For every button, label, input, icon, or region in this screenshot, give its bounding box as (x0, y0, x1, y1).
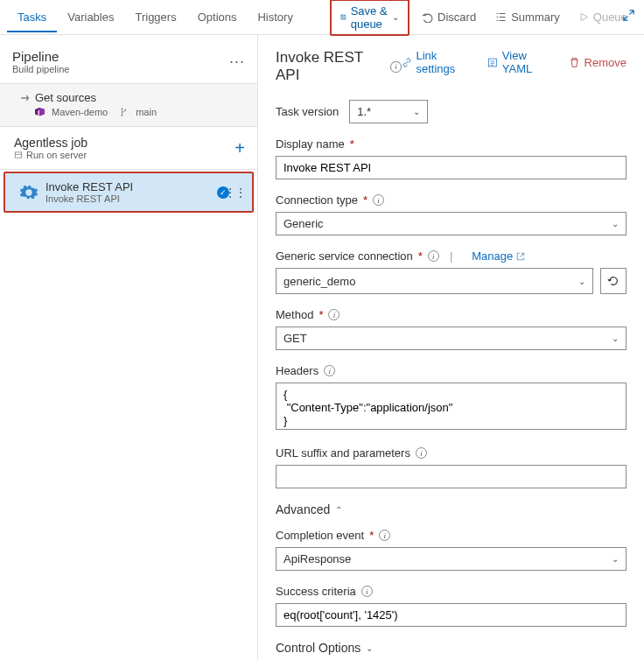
summary-button[interactable]: Summary (488, 6, 567, 28)
advanced-section-toggle[interactable]: Advanced ⌃ (276, 502, 626, 516)
chevron-down-icon: ⌄ (612, 334, 619, 343)
task-version-label: Task version (276, 105, 339, 118)
method-label: Method (276, 308, 313, 321)
info-icon[interactable]: i (416, 447, 427, 459)
tab-variables[interactable]: Variables (57, 2, 124, 32)
chevron-down-icon: ⌄ (413, 107, 420, 116)
branch-name: main (136, 107, 157, 117)
manage-link[interactable]: Manage (472, 249, 525, 263)
url-suffix-label: URL suffix and parameters (276, 446, 410, 460)
get-sources-item[interactable]: Get sources Maven-demo main (0, 84, 257, 127)
play-icon (579, 12, 589, 22)
view-yaml-button[interactable]: View YAML (487, 49, 555, 75)
info-icon[interactable]: i (428, 250, 439, 262)
refresh-button[interactable] (600, 268, 626, 294)
link-settings-button[interactable]: Link settings (402, 49, 473, 75)
info-icon[interactable]: i (390, 61, 401, 73)
display-name-label: Display name (276, 137, 345, 151)
tab-tasks[interactable]: Tasks (7, 2, 57, 32)
branch-small-icon (120, 108, 129, 116)
completion-event-select[interactable]: ApiResponse⌄ (276, 547, 626, 571)
info-icon[interactable]: i (379, 530, 390, 541)
top-tabs: Tasks Variables Triggers Options History (7, 2, 304, 32)
info-icon[interactable]: i (373, 194, 384, 206)
drag-handle-icon[interactable]: ⋮⋮ (224, 186, 245, 200)
undo-icon (422, 11, 433, 23)
expand-icon[interactable] (622, 9, 635, 22)
branch-icon (19, 93, 30, 103)
trash-icon (569, 57, 580, 68)
discard-button[interactable]: Discard (415, 6, 483, 28)
service-connection-select[interactable]: generic_demo⌄ (276, 268, 593, 294)
svg-rect-0 (15, 152, 22, 158)
azure-repo-icon (35, 108, 45, 117)
link-icon (402, 57, 412, 68)
job-title: Agentless job (14, 136, 88, 150)
chevron-down-icon: ⌄ (392, 12, 399, 22)
info-icon[interactable]: i (328, 309, 340, 320)
success-criteria-input[interactable] (276, 603, 626, 627)
task-version-select[interactable]: 1.* ⌄ (349, 100, 428, 123)
task-name: Invoke REST API (46, 180, 133, 193)
service-connection-label: Generic service connection (276, 249, 413, 263)
save-queue-button[interactable]: Save & queue ⌄ (330, 0, 410, 36)
chevron-down-icon: ⌄ (612, 219, 619, 228)
chevron-up-icon: ⌃ (335, 505, 342, 515)
info-icon[interactable]: i (361, 586, 373, 597)
remove-button[interactable]: Remove (569, 49, 626, 75)
pipeline-more-button[interactable]: ··· (229, 53, 245, 71)
chevron-down-icon: ⌄ (366, 643, 373, 653)
save-icon (340, 11, 346, 23)
repo-name: Maven-demo (52, 107, 108, 117)
display-name-input[interactable] (276, 156, 626, 179)
sidebar: Pipeline Build pipeline ··· Get sources … (0, 35, 258, 660)
task-invoke-rest-api[interactable]: Invoke REST API Invoke REST API ✓ ⋮⋮ (4, 172, 254, 213)
tab-options[interactable]: Options (187, 2, 248, 32)
headers-label: Headers (276, 364, 318, 377)
headers-textarea[interactable]: { "Content-Type":"application/json" } (276, 383, 626, 430)
gear-icon (19, 183, 38, 202)
tab-triggers[interactable]: Triggers (124, 2, 186, 32)
chevron-down-icon: ⌄ (612, 554, 619, 564)
completion-event-label: Completion event (276, 529, 364, 542)
task-sub: Invoke REST API (46, 193, 133, 204)
yaml-icon (487, 57, 498, 68)
connection-type-label: Connection type (276, 193, 358, 207)
agentless-job-item[interactable]: Agentless job Run on server + (0, 127, 257, 170)
add-task-button[interactable]: + (234, 138, 245, 158)
connection-type-select[interactable]: Generic⌄ (276, 212, 626, 235)
more-button[interactable]: ··· (640, 6, 644, 28)
pipeline-title: Pipeline (12, 49, 69, 64)
info-icon[interactable]: i (324, 365, 335, 376)
chevron-down-icon: ⌄ (578, 277, 585, 286)
tab-history[interactable]: History (247, 2, 303, 32)
task-settings-panel: Invoke REST API i Link settings View YAM… (258, 35, 644, 660)
refresh-icon (607, 275, 620, 287)
external-link-icon (516, 252, 525, 261)
success-criteria-label: Success criteria (276, 585, 356, 598)
method-select[interactable]: GET⌄ (276, 326, 626, 350)
server-icon (14, 151, 23, 159)
panel-title: Invoke REST API (276, 49, 383, 84)
pipeline-subtitle: Build pipeline (12, 64, 69, 74)
control-options-section-toggle[interactable]: Control Options ⌄ (276, 641, 626, 655)
url-suffix-input[interactable] (276, 465, 626, 488)
list-icon (495, 11, 507, 23)
